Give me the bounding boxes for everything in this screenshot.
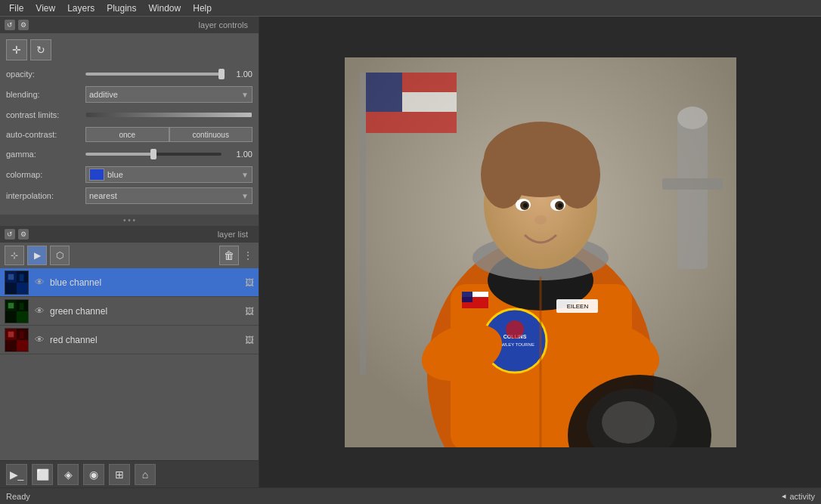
layer-list-refresh-icon[interactable]: ↺ <box>5 229 15 240</box>
opacity-slider-container: 1.00 <box>85 70 252 79</box>
gamma-slider-thumb[interactable] <box>150 149 156 159</box>
svg-rect-34 <box>462 302 488 308</box>
menu-window[interactable]: Window <box>143 2 187 15</box>
layer-controls-header: ↺ ⚙ layer controls <box>0 17 259 33</box>
layer-name-green: green channel <box>50 306 240 317</box>
svg-point-30 <box>558 203 562 208</box>
svg-point-39 <box>506 320 524 339</box>
rotate-transform-btn[interactable]: ↻ <box>30 39 51 60</box>
layer-list-toolbar: ⊹ ▶ ⬡ 🗑 ⋮ <box>0 243 259 268</box>
refresh-icon[interactable]: ↺ <box>5 20 15 30</box>
points-tool-btn[interactable]: ⊹ <box>5 246 24 265</box>
auto-contrast-row: auto-contrast: once continuous <box>6 127 252 142</box>
blending-dropdown[interactable]: additive ▼ <box>85 86 252 103</box>
menu-file[interactable]: File <box>3 2 29 15</box>
gamma-value: 1.00 <box>226 150 252 159</box>
auto-contrast-continuous-btn[interactable]: continuous <box>169 127 253 142</box>
layer-thumbnail-red <box>5 328 29 352</box>
menu-layers[interactable]: Layers <box>61 2 101 15</box>
dots-divider: • • • <box>0 215 259 226</box>
more-options-btn[interactable]: ⋮ <box>242 246 254 265</box>
status-bar: Ready ◂ activity <box>0 487 821 504</box>
console-btn[interactable]: ▶_ <box>6 464 27 485</box>
contrast-limits-slider[interactable] <box>85 112 252 118</box>
svg-rect-8 <box>8 302 14 308</box>
colormap-swatch <box>89 169 104 181</box>
astronaut-image: COLLINS HAWLEY TOURNE EILEEN <box>345 57 736 447</box>
svg-rect-48 <box>677 118 708 269</box>
settings-icon[interactable]: ⚙ <box>18 20 29 30</box>
gamma-slider-track <box>85 153 222 156</box>
layer-list-header: ↺ ⚙ layer list <box>0 226 259 243</box>
svg-rect-55 <box>366 112 457 131</box>
menu-plugins[interactable]: Plugins <box>101 2 142 15</box>
main-layout: ↺ ⚙ layer controls ✛ ↻ opacity: 1.0 <box>0 17 821 487</box>
transform-icons: ✛ ↻ <box>6 39 252 60</box>
svg-point-47 <box>602 401 655 444</box>
labels-tool-btn[interactable]: ⬡ <box>50 246 70 265</box>
contrast-limits-label: contrast limits: <box>6 110 85 119</box>
blending-label: blending: <box>6 90 85 99</box>
auto-contrast-once-btn[interactable]: once <box>85 127 169 142</box>
status-text: Ready <box>6 492 30 501</box>
layer-name-blue: blue channel <box>50 277 240 288</box>
svg-rect-7 <box>17 311 28 323</box>
move-transform-btn[interactable]: ✛ <box>6 39 27 60</box>
blending-row: blending: additive ▼ <box>6 86 252 103</box>
layer-eye-blue[interactable]: 👁 <box>33 277 45 288</box>
svg-rect-12 <box>17 340 28 351</box>
blending-dropdown-arrow: ▼ <box>241 91 249 99</box>
gamma-row: gamma: 1.00 <box>6 147 252 162</box>
layer-list: 👁 blue channel 🖼 👁 green channel <box>0 268 259 460</box>
svg-point-23 <box>481 141 526 209</box>
opacity-slider-thumb[interactable] <box>218 69 225 79</box>
menu-bar: File View Layers Plugins Window Help <box>0 0 821 17</box>
shapes-tool-btn[interactable]: ▶ <box>27 246 47 265</box>
layer-controls-title: layer controls <box>199 20 248 29</box>
opacity-label: opacity: <box>6 70 85 79</box>
layer-thumbnail-green <box>5 299 29 323</box>
auto-contrast-buttons: once continuous <box>85 127 252 142</box>
grid-btn[interactable]: ⊞ <box>109 464 130 485</box>
save-btn[interactable]: ◉ <box>83 464 104 485</box>
layer-eye-green[interactable]: 👁 <box>33 305 45 317</box>
gamma-slider-container: 1.00 <box>85 150 252 159</box>
activity-icon: ◂ <box>782 491 786 501</box>
layer-type-icon-blue: 🖼 <box>245 277 254 288</box>
layer-type-icon-green: 🖼 <box>245 306 254 317</box>
home-btn[interactable]: ⌂ <box>135 464 156 485</box>
activity-label: activity <box>789 492 815 501</box>
colormap-dropdown[interactable]: blue ▼ <box>85 166 252 183</box>
interpolation-row: interpolation: nearest ▼ <box>6 187 252 204</box>
opacity-row: opacity: 1.00 <box>6 66 252 82</box>
svg-rect-14 <box>20 331 24 338</box>
interpolation-value: nearest <box>89 191 117 200</box>
svg-rect-3 <box>8 274 14 280</box>
new-btn[interactable]: ⬜ <box>32 464 53 485</box>
menu-view[interactable]: View <box>29 2 61 15</box>
menu-help[interactable]: Help <box>187 2 218 15</box>
delete-layer-btn[interactable]: 🗑 <box>219 246 239 265</box>
layer-item-blue[interactable]: 👁 blue channel 🖼 <box>0 268 259 297</box>
layer-type-icon-red: 🖼 <box>245 335 254 345</box>
layer-item-green[interactable]: 👁 green channel 🖼 <box>0 297 259 326</box>
layer-list-settings-icon[interactable]: ⚙ <box>18 229 29 240</box>
image-area[interactable]: COLLINS HAWLEY TOURNE EILEEN <box>259 17 821 487</box>
svg-rect-50 <box>662 178 723 190</box>
colormap-label: colormap: <box>6 170 85 179</box>
opacity-slider-fill <box>85 73 222 76</box>
layer-eye-red[interactable]: 👁 <box>33 334 45 345</box>
load-btn[interactable]: ◈ <box>57 464 79 485</box>
svg-rect-2 <box>17 283 28 294</box>
svg-rect-9 <box>20 302 24 309</box>
opacity-value: 1.00 <box>226 70 252 79</box>
opacity-slider-track <box>85 73 222 76</box>
gamma-slider-fill <box>85 153 153 156</box>
interpolation-dropdown[interactable]: nearest ▼ <box>85 187 252 204</box>
interpolation-dropdown-arrow: ▼ <box>241 192 249 200</box>
svg-text:EILEEN: EILEEN <box>566 303 588 310</box>
layer-item-red[interactable]: 👁 red channel 🖼 <box>0 326 259 354</box>
svg-point-49 <box>677 107 708 129</box>
svg-point-31 <box>534 215 547 224</box>
bottom-toolbar: ▶_ ⬜ ◈ ◉ ⊞ ⌂ <box>0 460 259 487</box>
